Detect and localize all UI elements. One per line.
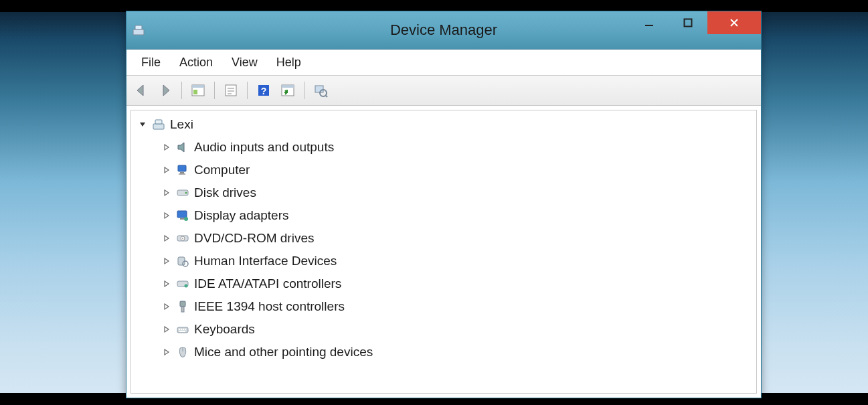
expand-icon[interactable] (161, 301, 173, 313)
minimize-button[interactable] (630, 11, 669, 34)
computer-icon (175, 163, 190, 177)
update-driver-button[interactable] (311, 81, 330, 100)
client-area: Lexi Audio inputs and outputsComputerDis… (126, 106, 761, 398)
maximize-button[interactable] (669, 11, 707, 34)
svg-rect-35 (180, 301, 185, 307)
svg-line-17 (325, 95, 327, 97)
tree-root-node[interactable]: Lexi (131, 113, 756, 136)
expand-icon[interactable] (161, 323, 173, 335)
tree-node[interactable]: Computer (131, 159, 756, 181)
menu-help[interactable]: Help (267, 53, 311, 72)
svg-point-24 (185, 192, 187, 194)
svg-rect-39 (181, 329, 182, 330)
titlebar[interactable]: Device Manager (126, 11, 761, 50)
tree-node[interactable]: Audio inputs and outputs (131, 136, 756, 159)
properties-button[interactable] (222, 81, 240, 100)
ide-icon (175, 276, 190, 291)
tree-node-label: Display adapters (194, 208, 289, 223)
svg-rect-2 (645, 25, 653, 26)
tree-node[interactable]: Human Interface Devices (131, 250, 756, 272)
svg-point-27 (184, 217, 188, 221)
expand-icon[interactable] (161, 141, 173, 153)
tree-node-label: Computer (194, 163, 250, 177)
svg-rect-20 (178, 165, 186, 171)
svg-rect-40 (183, 329, 184, 330)
mouse-icon (175, 345, 190, 359)
close-button[interactable] (707, 11, 761, 34)
speaker-icon (175, 140, 190, 155)
keyboard-icon (175, 322, 190, 337)
disk-icon (175, 185, 190, 200)
hid-icon (175, 254, 190, 268)
device-tree[interactable]: Lexi Audio inputs and outputsComputerDis… (131, 110, 757, 394)
menu-file[interactable]: File (132, 53, 170, 72)
tree-node[interactable]: IDE ATA/ATAPI controllers (131, 272, 756, 295)
svg-point-30 (182, 238, 183, 239)
help-button[interactable]: ? (254, 81, 273, 100)
tree-node[interactable]: Display adapters (131, 204, 756, 227)
toolbar-separator (247, 82, 248, 99)
expand-icon[interactable] (161, 210, 173, 222)
svg-rect-36 (181, 307, 184, 312)
svg-rect-0 (133, 29, 144, 35)
window-controls (630, 11, 761, 34)
tree-node[interactable]: DVD/CD-ROM drives (131, 227, 756, 250)
menu-action[interactable]: Action (170, 53, 222, 72)
svg-text:?: ? (261, 86, 267, 96)
expand-icon[interactable] (161, 255, 173, 267)
tree-node-label: Lexi (170, 117, 193, 132)
tree-node-label: IDE ATA/ATAPI controllers (194, 276, 341, 291)
tree-node-label: Mice and other pointing devices (194, 345, 373, 359)
forward-button[interactable] (156, 81, 175, 100)
svg-rect-18 (153, 124, 164, 129)
tree-node-label: Human Interface Devices (194, 254, 337, 268)
tree-node-label: DVD/CD-ROM drives (194, 231, 314, 246)
tree-node-label: Keyboards (194, 322, 255, 337)
expand-icon[interactable] (161, 164, 173, 176)
toolbar-separator (304, 82, 305, 99)
tree-node[interactable]: IEEE 1394 host controllers (131, 295, 756, 318)
tree-node[interactable]: Mice and other pointing devices (131, 341, 756, 363)
tree-node-label: Disk drives (194, 185, 256, 200)
tree-node-label: IEEE 1394 host controllers (194, 299, 345, 314)
svg-rect-41 (185, 329, 186, 330)
svg-rect-26 (180, 218, 184, 220)
firewire-icon (175, 299, 190, 314)
svg-rect-19 (155, 120, 162, 124)
toolbar: ? (126, 76, 761, 106)
toolbar-separator (181, 82, 182, 99)
collapse-icon[interactable] (137, 118, 149, 131)
tree-node[interactable]: Disk drives (131, 181, 756, 204)
app-icon (132, 23, 145, 37)
computer-root-icon (151, 117, 166, 132)
svg-rect-42 (179, 331, 185, 332)
show-hide-tree-button[interactable] (189, 81, 207, 100)
back-button[interactable] (132, 81, 151, 100)
optical-icon (175, 231, 190, 246)
tree-node[interactable]: Keyboards (131, 318, 756, 341)
svg-rect-1 (135, 25, 142, 29)
svg-rect-5 (192, 85, 204, 88)
menubar: File Action View Help (126, 50, 761, 76)
expand-icon[interactable] (161, 232, 173, 244)
svg-rect-22 (179, 173, 185, 175)
svg-rect-6 (193, 90, 197, 94)
toolbar-separator (214, 82, 215, 99)
tree-node-label: Audio inputs and outputs (194, 140, 334, 155)
expand-icon[interactable] (161, 346, 173, 358)
svg-point-34 (185, 285, 188, 288)
expand-icon[interactable] (161, 278, 173, 290)
desktop-background: Device Manager File Action View Help (0, 0, 868, 405)
svg-rect-21 (180, 172, 184, 173)
svg-rect-3 (685, 19, 692, 27)
svg-rect-15 (315, 86, 323, 92)
svg-rect-7 (226, 85, 236, 96)
display-icon (175, 208, 190, 223)
svg-rect-14 (282, 85, 294, 88)
scan-hardware-button[interactable] (278, 81, 297, 100)
menu-view[interactable]: View (222, 53, 267, 72)
expand-icon[interactable] (161, 187, 173, 199)
svg-rect-25 (177, 211, 187, 218)
device-manager-window: Device Manager File Action View Help (126, 11, 762, 398)
svg-rect-38 (179, 329, 180, 330)
